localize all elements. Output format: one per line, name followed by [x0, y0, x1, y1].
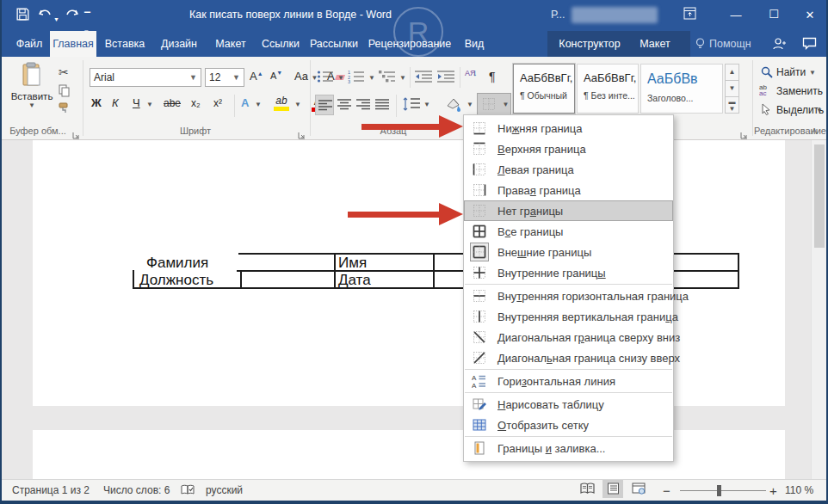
select-dropdown-icon[interactable]: ▼	[816, 107, 823, 114]
style-no-spacing[interactable]: АаБбВвГг, ¶ Без инте...	[577, 64, 639, 114]
pilcrow-button[interactable]: ¶	[489, 70, 496, 83]
proofing-icon[interactable]	[181, 484, 195, 500]
superscript-button[interactable]: x²	[213, 97, 222, 109]
tab-design[interactable]: Дизайн	[153, 31, 205, 57]
vertical-scrollbar[interactable]	[811, 140, 826, 479]
multilevel-dropdown-icon[interactable]: ▼	[399, 74, 406, 82]
tab-view[interactable]: Вид	[458, 31, 491, 57]
underline-dropdown-icon[interactable]: ▼	[146, 101, 153, 108]
copy-icon[interactable]	[59, 84, 71, 101]
table-cell-firstname[interactable]: Имя	[338, 255, 367, 272]
tab-table-design[interactable]: Конструктор	[553, 31, 627, 57]
menu-item-view-gridlines[interactable]: Отобразить сетку	[464, 415, 673, 435]
user-name[interactable]: Р...	[551, 9, 565, 21]
bullets-dropdown-icon[interactable]: ▼	[337, 74, 344, 82]
bold-button[interactable]: Ж	[91, 96, 102, 109]
comments-icon[interactable]	[802, 37, 817, 53]
web-layout-icon[interactable]	[628, 480, 649, 498]
redo-icon[interactable]	[64, 7, 79, 24]
tab-home[interactable]: Главная	[50, 31, 96, 57]
find-icon[interactable]	[761, 66, 773, 82]
tab-insert[interactable]: Вставка	[98, 31, 151, 57]
lightbulb-icon[interactable]	[694, 37, 707, 54]
shading-dropdown-icon[interactable]: ▼	[467, 101, 473, 108]
zoom-out-button[interactable]: −	[663, 480, 670, 501]
menu-item-border-inside[interactable]: Внутренние границы	[464, 262, 673, 283]
numbering-icon[interactable]: 123	[348, 70, 365, 87]
save-icon[interactable]	[15, 7, 30, 25]
menu-item-border-top[interactable]: Верхняя граница	[464, 138, 673, 159]
numbering-dropdown-icon[interactable]: ▼	[368, 74, 375, 82]
font-family-combo[interactable]: Arial▼	[90, 68, 201, 87]
underline-button[interactable]: Ч	[133, 96, 140, 109]
select-cursor-icon[interactable]	[761, 103, 771, 119]
menu-item-border-outside[interactable]: Внешние границы	[464, 242, 673, 262]
line-spacing-dropdown-icon[interactable]: ▼	[423, 101, 430, 108]
tell-me-label[interactable]: Помощн	[709, 31, 751, 57]
font-dialog-launcher-icon[interactable]	[298, 127, 306, 143]
zoom-in-button[interactable]: +	[769, 480, 777, 501]
language-indicator[interactable]: русский	[206, 480, 243, 501]
menu-item-border-none[interactable]: Нет границы	[464, 200, 673, 221]
decrease-indent-icon[interactable]	[415, 70, 432, 87]
styles-gallery-down-icon[interactable]: ▼	[725, 80, 739, 97]
undo-dropdown-icon[interactable]: ▼	[53, 12, 59, 28]
text-effects-button[interactable]: А	[241, 96, 249, 109]
find-dropdown-icon[interactable]: ▼	[809, 69, 816, 77]
text-effects-dropdown-icon[interactable]: ▼	[255, 101, 262, 108]
clipboard-dialog-launcher-icon[interactable]	[72, 127, 80, 143]
close-icon[interactable]: ✕	[799, 7, 821, 24]
table-cell-date[interactable]: Дата	[338, 272, 371, 289]
menu-item-border-right[interactable]: Правая граница	[464, 180, 673, 200]
table-cell-position[interactable]: Должность	[139, 272, 213, 289]
tab-table-layout[interactable]: Макет	[630, 31, 680, 57]
find-button[interactable]: Найти	[776, 66, 806, 78]
replace-icon[interactable]: abac	[759, 84, 767, 96]
style-normal[interactable]: АаБбВвГг, ¶ Обычный	[513, 64, 575, 114]
page-indicator[interactable]: Страница 1 из 2	[12, 480, 90, 501]
print-layout-icon[interactable]	[602, 480, 623, 498]
read-mode-icon[interactable]	[577, 480, 597, 498]
justify-button[interactable]	[375, 98, 389, 115]
maximize-icon[interactable]: ☐	[763, 6, 785, 23]
tab-mailings[interactable]: Рассылки	[306, 31, 361, 57]
zoom-level[interactable]: 110 %	[785, 480, 813, 501]
format-painter-icon[interactable]	[59, 101, 71, 118]
borders-split-button[interactable]: ▼	[477, 93, 511, 115]
scrollbar-thumb[interactable]	[814, 144, 825, 248]
paste-button[interactable]: Вставить ▼	[9, 62, 55, 122]
menu-item-border-diag-down[interactable]: Диагональная граница сверху вниз	[464, 327, 673, 347]
line-spacing-icon[interactable]	[403, 96, 420, 115]
word-count[interactable]: Число слов: 6	[103, 480, 170, 501]
highlight-dropdown-icon[interactable]: ▼	[294, 101, 301, 108]
menu-item-border-inside-h[interactable]: Внутренняя горизонтальная граница	[464, 286, 673, 306]
menu-item-border-all[interactable]: Все границы	[464, 221, 673, 242]
tab-layout[interactable]: Макет	[207, 31, 255, 57]
menu-item-draw-table[interactable]: Нарисовать таблицу	[464, 394, 673, 415]
bullets-icon[interactable]	[317, 70, 334, 87]
zoom-slider-thumb[interactable]	[717, 485, 721, 496]
change-case-button[interactable]: Aa ▼	[294, 70, 318, 83]
borders-dropdown-icon[interactable]: ▼	[502, 101, 509, 108]
menu-item-border-diag-up[interactable]: Диагональная граница снизу вверх	[464, 347, 673, 368]
menu-item-horizontal-line[interactable]: AAГоризонтальная линия	[464, 371, 673, 391]
sort-button[interactable]: АЯ↓	[465, 69, 478, 77]
replace-button[interactable]: Заменить	[776, 85, 823, 97]
align-right-button[interactable]	[356, 98, 370, 115]
shading-bucket-icon[interactable]	[444, 95, 463, 116]
styles-gallery-more-icon[interactable]: ▬▼	[725, 96, 739, 114]
style-heading1[interactable]: АаБбВв Заголово...	[640, 64, 723, 114]
tab-file[interactable]: Файл	[9, 31, 50, 57]
styles-gallery-up-icon[interactable]: ▲	[725, 64, 739, 81]
collapse-ribbon-icon[interactable]: ᐱ	[812, 127, 817, 136]
share-person-icon[interactable]	[771, 36, 787, 55]
font-size-combo[interactable]: 12▼	[205, 68, 244, 87]
italic-button[interactable]: К	[112, 96, 119, 109]
table-cell-lastname[interactable]: Фамилия	[146, 255, 208, 272]
shrink-font-button[interactable]: А▼	[270, 70, 282, 81]
grow-font-button[interactable]: А▲	[250, 70, 263, 83]
zoom-slider-track[interactable]	[680, 490, 766, 491]
cut-icon[interactable]: ✂	[59, 65, 69, 79]
align-center-button[interactable]	[337, 98, 351, 115]
align-left-button[interactable]	[315, 95, 334, 115]
